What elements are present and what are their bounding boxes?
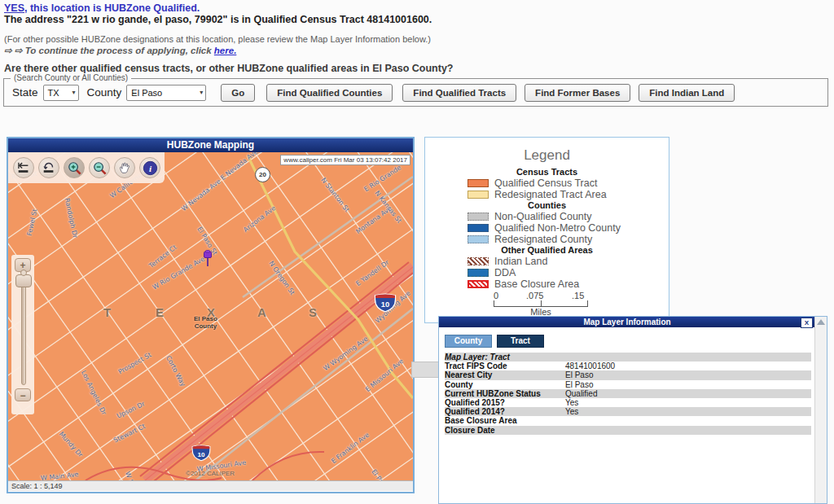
caliper-watermark: www.caliper.com Fri Mar 03 13:07:42 2017 bbox=[280, 155, 410, 165]
legend-item: Redesignated County bbox=[467, 234, 669, 245]
info-row-label: Qualified 2015? bbox=[445, 398, 565, 407]
legend-item: Qualified Census Tract bbox=[467, 177, 669, 189]
legend-item-label: DDA bbox=[494, 267, 516, 278]
info-row-label: Tract FIPS Code bbox=[445, 362, 565, 370]
info-row-value bbox=[565, 426, 811, 435]
legend-item-label: Redesignated Tract Area bbox=[494, 189, 607, 200]
info-tool-button[interactable]: i bbox=[139, 157, 160, 178]
indian-land-swatch bbox=[467, 257, 489, 265]
state-select-value: TX bbox=[48, 88, 59, 98]
qualified-heading-rest: , this location is HUBZone Qualified. bbox=[24, 2, 200, 14]
svg-text:10: 10 bbox=[197, 451, 205, 458]
info-row: Current HUBZone StatusQualified bbox=[445, 389, 811, 398]
info-row: Tract FIPS Code48141001600 bbox=[445, 362, 811, 370]
info-row: Qualified 2014?Yes bbox=[445, 407, 811, 416]
zoom-out-tool-button[interactable] bbox=[89, 157, 110, 178]
state-name-letter: S bbox=[309, 305, 317, 319]
info-row: Base Closure Area bbox=[445, 416, 811, 425]
qualified-tract-swatch bbox=[467, 179, 489, 187]
info-panel-tabs: CountyTract bbox=[445, 335, 544, 348]
map-window: HUBZone Mapping River StW California Ave… bbox=[7, 137, 415, 493]
legend-title: Legend bbox=[425, 147, 669, 164]
location-pin-icon bbox=[202, 250, 213, 271]
zoom-slider-control: + − bbox=[11, 255, 34, 414]
legend-panel: Legend Census TractsQualified Census Tra… bbox=[424, 137, 669, 323]
zoom-out-button[interactable]: − bbox=[15, 388, 31, 401]
info-row-value: Yes bbox=[565, 407, 811, 416]
info-row: Closure Date bbox=[445, 426, 811, 435]
state-select[interactable]: TX▾ bbox=[43, 85, 79, 101]
info-row-label: County bbox=[445, 380, 565, 389]
address-result-line: The address "221 w rio gande, el paso, 7… bbox=[4, 14, 432, 25]
scale-tick-labels: 0 .075 .15 bbox=[494, 291, 588, 300]
info-row-value: Yes bbox=[565, 398, 811, 407]
hubzone-map-page: YES, this location is HUBZone Qualified.… bbox=[0, 0, 834, 504]
pan-hand-button[interactable] bbox=[114, 157, 135, 178]
map-layer-header-row: Map Layer: Tract bbox=[445, 353, 811, 362]
tab-tract[interactable]: Tract bbox=[497, 335, 544, 348]
interstate-10-shield-icon: 10 bbox=[191, 444, 212, 465]
scale-tick: .075 bbox=[526, 291, 543, 300]
zoom-slider-track[interactable] bbox=[21, 279, 26, 385]
map-status-bar: Scale: 1 : 5,149 bbox=[8, 480, 413, 491]
redesignated-county-swatch bbox=[467, 235, 489, 243]
panel-shadow-notch bbox=[411, 362, 441, 378]
other-areas-question: Are there other qualified census tracts,… bbox=[4, 63, 454, 74]
info-row-value: El Paso bbox=[565, 380, 811, 389]
legend-item-label: Redesignated County bbox=[494, 234, 592, 245]
legend-section-heading: Census Tracts bbox=[425, 167, 669, 177]
info-row: Qualified 2015?Yes bbox=[445, 398, 811, 407]
find-former-bases-button[interactable]: Find Former Bases bbox=[525, 84, 630, 102]
previous-extent-button[interactable] bbox=[38, 157, 59, 178]
info-panel-scrollbar[interactable] bbox=[814, 317, 827, 503]
map-toolbar: i bbox=[8, 152, 165, 183]
find-indian-land-button[interactable]: Find Indian Land bbox=[639, 84, 735, 102]
dda-swatch bbox=[467, 269, 489, 277]
search-controls-row: State TX▾ County El Paso▾ Go Find Qualif… bbox=[4, 79, 827, 106]
map-canvas[interactable]: River StW California AveW Nevada AveE Ne… bbox=[8, 152, 413, 480]
legend-item: Base Closure Area bbox=[467, 278, 669, 290]
interstate-10-shield-icon: 10 bbox=[373, 292, 397, 316]
apply-text: To continue the process of applying, cli… bbox=[22, 46, 213, 55]
scale-bar: 0 .075 .15 Miles bbox=[494, 291, 588, 317]
info-row-label: Nearest City bbox=[445, 370, 565, 379]
zoom-slider-handle[interactable] bbox=[15, 274, 32, 287]
route-20-shield-icon: 20 bbox=[255, 167, 270, 182]
county-select[interactable]: El Paso▾ bbox=[126, 85, 206, 101]
info-row-label: Current HUBZone Status bbox=[445, 389, 565, 398]
legend-item-label: Qualified Census Tract bbox=[494, 177, 597, 189]
apply-here-link[interactable]: here. bbox=[214, 46, 237, 55]
tab-county[interactable]: County bbox=[445, 335, 492, 348]
legend-item-label: Base Closure Area bbox=[494, 278, 579, 290]
go-button[interactable]: Go bbox=[221, 84, 255, 102]
redesignated-tract-swatch bbox=[467, 191, 489, 199]
scale-bracket bbox=[494, 300, 588, 307]
apply-line: ⇨ ⇨ To continue the process of applying,… bbox=[4, 45, 236, 56]
legend-item: Qualified Non-Metro County bbox=[467, 222, 669, 234]
find-qualified-tracts-button[interactable]: Find Qualified Tracts bbox=[402, 84, 516, 102]
info-panel-table: Map Layer: TractTract FIPS Code481410016… bbox=[445, 353, 811, 435]
close-icon[interactable]: X bbox=[801, 318, 813, 328]
scale-tick: .15 bbox=[572, 291, 584, 300]
scroll-up-arrow-icon[interactable] bbox=[817, 319, 825, 325]
find-qualified-counties-button[interactable]: Find Qualified Counties bbox=[266, 84, 393, 102]
svg-text:10: 10 bbox=[381, 300, 389, 309]
legend-item: Indian Land bbox=[467, 256, 669, 267]
info-row-label: Closure Date bbox=[445, 426, 565, 435]
info-row: Nearest CityEl Paso bbox=[445, 370, 811, 379]
info-row: CountyEl Paso bbox=[445, 380, 811, 389]
info-row-value: El Paso bbox=[565, 370, 811, 379]
yes-link[interactable]: YES bbox=[4, 2, 24, 14]
non-qualified-county-swatch bbox=[467, 213, 489, 221]
map-layer-info-panel: Map Layer Information X CountyTract Map … bbox=[438, 316, 827, 504]
legend-section-heading: Other Qualified Areas bbox=[425, 245, 669, 256]
initial-extent-button[interactable] bbox=[13, 157, 34, 178]
state-name-letter: A bbox=[257, 305, 266, 319]
zoom-in-tool-button[interactable] bbox=[64, 157, 85, 178]
info-panel-titlebar: Map Layer Information bbox=[439, 317, 815, 327]
search-fieldset: (Search County or All Counties) State TX… bbox=[3, 78, 828, 107]
info-row-label: Qualified 2014? bbox=[445, 407, 565, 416]
arrow-icons: ⇨ ⇨ bbox=[4, 46, 22, 55]
state-name-letter: T bbox=[103, 305, 111, 319]
legend-item-label: Indian Land bbox=[494, 256, 547, 267]
